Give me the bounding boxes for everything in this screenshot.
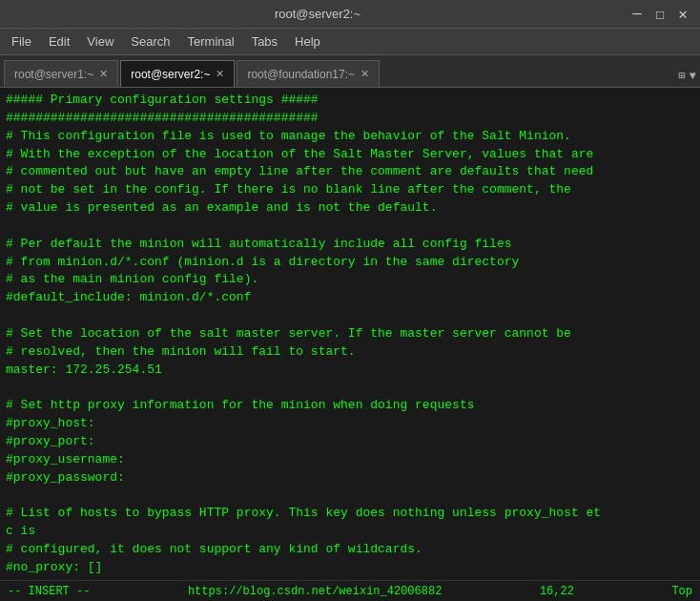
scroll-position: Top (671, 585, 692, 598)
menu-item-help[interactable]: Help (287, 31, 328, 52)
menu-bar: FileEditViewSearchTerminalTabsHelp (0, 29, 700, 55)
tab-server1-label: root@server1:~ (14, 68, 93, 81)
tab-server1-close[interactable]: ✕ (99, 68, 108, 80)
title-text: root@server2:~ (8, 7, 628, 21)
title-bar: root@server2:~ — ☐ ✕ (0, 0, 700, 29)
tab-server2-close[interactable]: ✕ (216, 68, 224, 80)
menu-item-edit[interactable]: Edit (41, 31, 77, 52)
menu-item-search[interactable]: Search (123, 31, 177, 52)
status-bar: -- INSERT -- https://blog.csdn.net/weixi… (0, 580, 700, 601)
tab-server2-label: root@server2:~ (131, 68, 210, 81)
minimize-button[interactable]: — (628, 5, 647, 24)
status-url: https://blog.csdn.net/weixin_42006882 (188, 585, 442, 598)
tab-foundation17-close[interactable]: ✕ (360, 68, 369, 80)
menu-item-view[interactable]: View (79, 31, 121, 52)
menu-item-file[interactable]: File (4, 31, 39, 52)
tab-server1[interactable]: root@server1:~ ✕ (4, 60, 118, 87)
editor-mode: -- INSERT -- (8, 585, 90, 598)
cursor-position: 16,22 (540, 585, 574, 598)
maximize-button[interactable]: ☐ (650, 5, 669, 24)
new-tab-icon[interactable]: ⊞ (679, 69, 686, 83)
close-button[interactable]: ✕ (673, 5, 692, 24)
tab-server2[interactable]: root@server2:~ ✕ (120, 60, 235, 87)
tab-foundation17[interactable]: root@foundation17:~ ✕ (237, 60, 380, 87)
terminal-content[interactable]: ##### Primary configuration settings ###… (0, 88, 700, 580)
tab-foundation17-label: root@foundation17:~ (247, 68, 355, 81)
menu-item-tabs[interactable]: Tabs (244, 31, 285, 52)
tab-bar-actions: ⊞ ▼ (679, 69, 696, 87)
tab-menu-icon[interactable]: ▼ (690, 70, 696, 83)
tab-bar: root@server1:~ ✕ root@server2:~ ✕ root@f… (0, 55, 700, 88)
menu-item-terminal[interactable]: Terminal (180, 31, 242, 52)
title-controls: — ☐ ✕ (628, 5, 692, 24)
